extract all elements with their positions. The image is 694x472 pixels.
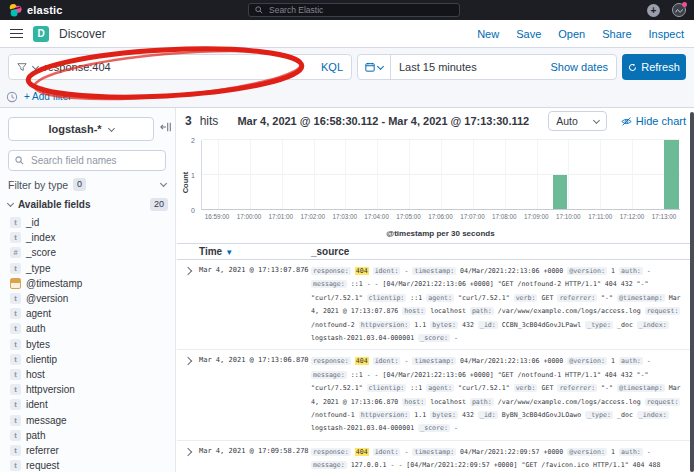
available-fields-header[interactable]: Available fields 20	[8, 198, 168, 211]
field-item-_score[interactable]: #_score	[0, 245, 175, 260]
refresh-button[interactable]: Refresh	[622, 54, 686, 80]
source-field-badge: request:	[645, 398, 681, 406]
histogram-bar[interactable]	[553, 175, 568, 210]
field-name: _score	[26, 247, 56, 258]
y-tick-label: 1	[191, 172, 195, 179]
interval-select[interactable]: Auto	[548, 111, 607, 131]
elastic-logo[interactable]: elastic	[8, 3, 63, 17]
x-tick-label: 17:04:00	[364, 213, 389, 220]
source-field-badge: message:	[311, 461, 347, 469]
field-item-bytes[interactable]: tbytes	[0, 337, 175, 352]
new-button[interactable]: New	[477, 28, 499, 40]
field-item-clientip[interactable]: tclientip	[0, 352, 175, 367]
text-field-icon: t	[10, 445, 21, 456]
text-field-icon: t	[10, 430, 21, 441]
vertical-scrollbar[interactable]	[690, 112, 694, 472]
global-search-input[interactable]	[267, 4, 453, 16]
filter-by-type-control[interactable]: Filter by type 0	[8, 178, 166, 191]
collapse-sidebar-icon[interactable]	[160, 121, 172, 133]
field-item-_type[interactable]: t_type	[0, 261, 175, 276]
calendar-icon	[365, 62, 375, 72]
chart-date-range: Mar 4, 2021 @ 16:58:30.112 - Mar 4, 2021…	[226, 115, 540, 127]
date-field-icon	[10, 278, 21, 289]
field-search-box[interactable]	[8, 150, 166, 171]
source-field-badge: timestamp:	[412, 448, 456, 456]
time-column-header[interactable]: Time▼	[199, 246, 311, 257]
field-name: @version	[26, 293, 68, 304]
query-input[interactable]: response:404	[44, 61, 309, 73]
inspect-button[interactable]: Inspect	[649, 28, 684, 40]
field-item-message[interactable]: tmessage	[0, 412, 175, 427]
source-field-badge: response:	[311, 267, 351, 275]
field-item-ident[interactable]: tident	[0, 397, 175, 412]
field-item-_index[interactable]: t_index	[0, 230, 175, 245]
x-tick-label: 17:01:00	[269, 213, 294, 220]
field-value: CCBN_3cB04dGovJLPawl	[502, 321, 581, 329]
save-button[interactable]: Save	[516, 28, 541, 40]
source-field-badge: @timestamp:	[617, 294, 665, 302]
interval-chevron-icon	[593, 116, 600, 123]
source-field-badge: _id:	[478, 321, 498, 329]
histogram-bar[interactable]	[664, 140, 679, 209]
x-gridline	[250, 140, 251, 209]
expand-row-icon[interactable]	[184, 267, 192, 275]
show-dates-button[interactable]: Show dates	[551, 61, 616, 73]
x-tick-label: 17:06:00	[428, 213, 453, 220]
field-name: path	[26, 430, 45, 441]
x-gridline	[314, 140, 315, 209]
field-item-_id[interactable]: t_id	[0, 215, 175, 230]
chart-plot[interactable]	[201, 140, 680, 210]
doc-table-header: Time▼ _source	[177, 243, 694, 260]
field-value: "-"	[601, 384, 613, 392]
calendar-menu-button[interactable]	[358, 55, 391, 79]
user-avatar[interactable]	[672, 3, 686, 17]
field-item-path[interactable]: tpath	[0, 428, 175, 443]
global-header: elastic +	[0, 0, 694, 20]
expand-row-icon[interactable]	[184, 357, 192, 365]
hide-chart-button[interactable]: Hide chart	[621, 115, 686, 127]
field-item-@version[interactable]: t@version	[0, 291, 175, 306]
filter-history-icon[interactable]	[6, 91, 18, 103]
saved-query-chevron-icon[interactable]	[32, 62, 39, 69]
field-value: 432	[462, 321, 474, 329]
field-value: localhost	[430, 307, 466, 315]
field-item-httpversion[interactable]: thttpversion	[0, 382, 175, 397]
text-field-icon: t	[10, 384, 21, 395]
field-item-host[interactable]: thost	[0, 367, 175, 382]
field-value: "curl/7.52.1"	[458, 384, 510, 392]
field-item-referrer[interactable]: treferrer	[0, 443, 175, 458]
query-bar: response:404 KQL Last 15 minutes Show da…	[0, 48, 694, 86]
field-value: -	[454, 334, 458, 342]
open-button[interactable]: Open	[558, 28, 585, 40]
query-input-group: response:404 KQL	[8, 54, 352, 80]
field-item-agent[interactable]: tagent	[0, 306, 175, 321]
expand-cell	[177, 265, 199, 274]
time-column-label: Time	[199, 246, 222, 257]
add-filter-button[interactable]: + Add filter	[24, 91, 72, 102]
field-item-auth[interactable]: tauth	[0, 321, 175, 336]
highlighted-value: 404	[355, 357, 369, 365]
index-pattern-selector[interactable]: logstash-*	[8, 117, 154, 141]
help-icon[interactable]: +	[647, 4, 660, 17]
field-value: ByBN_3cB04dGovJLOawo	[502, 411, 581, 419]
filter-funnel-icon[interactable]	[17, 62, 27, 72]
global-search-box[interactable]	[248, 3, 460, 17]
x-gridline	[282, 140, 283, 209]
expand-row-icon[interactable]	[184, 448, 192, 456]
x-tick-label: 17:05:00	[396, 213, 421, 220]
sort-desc-icon[interactable]: ▼	[225, 248, 233, 257]
share-button[interactable]: Share	[602, 28, 631, 40]
source-field-badge: @timestamp:	[617, 384, 665, 392]
field-item-@timestamp[interactable]: @timestamp	[0, 276, 175, 291]
field-search-input[interactable]	[29, 154, 159, 167]
menu-icon[interactable]	[10, 29, 23, 39]
field-value: 04/Mar/2021:22:13:06 +0000	[460, 267, 563, 275]
source-field-badge: auth:	[619, 448, 643, 456]
doc-source: response: 404 ident: - timestamp: 04/Mar…	[311, 355, 694, 435]
x-gridline	[568, 140, 569, 209]
field-value: GET	[541, 384, 553, 392]
time-range-button[interactable]: Last 15 minutes	[391, 61, 551, 73]
field-item-request[interactable]: trequest	[0, 458, 175, 472]
discover-app-icon[interactable]: D	[33, 26, 49, 42]
query-language-button[interactable]: KQL	[315, 61, 343, 73]
